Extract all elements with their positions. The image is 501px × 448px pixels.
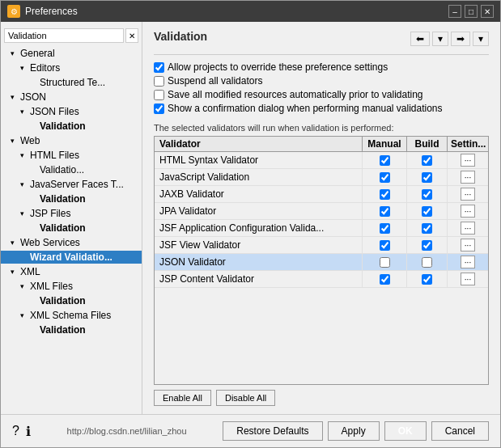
settings-button[interactable]: ··· (461, 222, 475, 235)
settings-cell[interactable]: ··· (448, 220, 488, 236)
manual-checkbox[interactable] (380, 155, 390, 166)
table-row[interactable]: JSP Content Validator ··· (155, 271, 488, 288)
help-button[interactable]: ? (12, 424, 19, 439)
build-checkbox[interactable] (422, 172, 432, 183)
manual-checkbox[interactable] (380, 189, 390, 200)
manual-checkbox[interactable] (380, 206, 390, 217)
manual-checkbox[interactable] (380, 274, 390, 285)
sidebar-item-json-files[interactable]: ▾ JSON Files (1, 104, 142, 119)
build-checkbox-cell[interactable] (407, 220, 448, 236)
ok-button[interactable]: OK (384, 421, 427, 441)
manual-checkbox-cell[interactable] (363, 169, 407, 185)
enable-all-button[interactable]: Enable All (154, 390, 211, 406)
build-checkbox[interactable] (422, 223, 432, 234)
manual-checkbox-cell[interactable] (363, 186, 407, 202)
settings-button[interactable]: ··· (461, 188, 475, 201)
sidebar-item-xml-validation[interactable]: Validation (1, 294, 142, 308)
show-confirm-label: Show a confirmation dialog when performi… (168, 103, 443, 114)
close-button[interactable]: ✕ (481, 5, 494, 18)
manual-checkbox[interactable] (380, 172, 390, 183)
build-checkbox-cell[interactable] (407, 203, 448, 219)
settings-cell[interactable]: ··· (448, 271, 488, 287)
back-button[interactable]: ⬅ (410, 32, 430, 46)
build-checkbox-cell[interactable] (407, 237, 448, 253)
table-row[interactable]: JPA Validator ··· (155, 203, 488, 220)
sidebar-item-xml-schema-validation[interactable]: Validation (1, 323, 142, 337)
sidebar-item-wizard-validation[interactable]: Wizard Validatio... (1, 250, 142, 264)
sidebar-item-jsp-validation[interactable]: Validation (1, 221, 142, 235)
manual-checkbox[interactable] (380, 223, 390, 234)
build-checkbox-cell[interactable] (407, 254, 448, 270)
sidebar-item-general[interactable]: ▾ General (1, 46, 142, 61)
manual-checkbox-cell[interactable] (363, 220, 407, 236)
build-checkbox[interactable] (422, 189, 432, 200)
build-checkbox-cell[interactable] (407, 152, 448, 168)
cancel-button[interactable]: Cancel (431, 421, 489, 441)
settings-cell[interactable]: ··· (448, 254, 488, 270)
suspend-all-checkbox[interactable] (154, 76, 164, 87)
settings-button[interactable]: ··· (461, 273, 475, 285)
sidebar-item-json[interactable]: ▾ JSON (1, 90, 142, 104)
settings-cell[interactable]: ··· (448, 152, 488, 168)
save-modified-checkbox[interactable] (154, 90, 164, 100)
manual-checkbox-cell[interactable] (363, 203, 407, 219)
settings-cell[interactable]: ··· (448, 203, 488, 219)
sidebar-item-web-services[interactable]: ▾ Web Services (1, 235, 142, 250)
table-row[interactable]: JSF Application Configuration Valida... … (155, 220, 488, 237)
build-checkbox[interactable] (422, 240, 432, 251)
table-row[interactable]: JavaScript Validation ··· (155, 169, 488, 186)
sidebar-item-javaserver-faces[interactable]: ▾ JavaServer Faces T... (1, 177, 142, 192)
show-confirm-checkbox[interactable] (154, 104, 164, 114)
sidebar-item-structured-text[interactable]: Structured Te... (1, 75, 142, 90)
manual-checkbox[interactable] (380, 257, 390, 268)
sidebar-item-xml-schema-files[interactable]: ▾ XML Schema Files (1, 308, 142, 323)
settings-button[interactable]: ··· (461, 171, 475, 184)
navigation-arrows: ⬅ ▾ ➡ ▾ (410, 32, 489, 46)
sidebar-item-jsp-files[interactable]: ▾ JSP Files (1, 206, 142, 221)
sidebar-item-editors[interactable]: ▾ Editors (1, 61, 142, 75)
allow-projects-checkbox[interactable] (154, 62, 164, 73)
restore-defaults-button[interactable]: Restore Defaults (223, 421, 322, 441)
table-row[interactable]: HTML Syntax Validator ··· (155, 152, 488, 169)
build-checkbox[interactable] (422, 257, 432, 268)
manual-checkbox-cell[interactable] (363, 237, 407, 253)
minimize-button[interactable]: – (448, 5, 461, 18)
sidebar-item-xml-files[interactable]: ▾ XML Files (1, 279, 142, 294)
sidebar-item-json-validation[interactable]: Validation (1, 119, 142, 133)
build-checkbox[interactable] (422, 206, 432, 217)
sidebar-search-input[interactable] (4, 28, 124, 43)
manual-checkbox-cell[interactable] (363, 254, 407, 270)
build-checkbox-cell[interactable] (407, 169, 448, 185)
build-checkbox[interactable] (422, 155, 432, 166)
forward-button[interactable]: ➡ (451, 32, 470, 46)
maximize-button[interactable]: □ (465, 5, 478, 18)
manual-checkbox-cell[interactable] (363, 271, 407, 287)
table-row[interactable]: JAXB Validator ··· (155, 186, 488, 203)
build-checkbox[interactable] (422, 274, 432, 285)
settings-button[interactable]: ··· (461, 256, 475, 268)
manual-checkbox[interactable] (380, 240, 390, 251)
sidebar-item-xml[interactable]: ▾ XML (1, 264, 142, 279)
settings-button[interactable]: ··· (461, 154, 475, 167)
manual-checkbox-cell[interactable] (363, 152, 407, 168)
sidebar-item-html-validation[interactable]: Validatio... (1, 163, 142, 177)
sidebar-item-web[interactable]: ▾ Web (1, 133, 142, 148)
sidebar-item-jsf-validation[interactable]: Validation (1, 192, 142, 206)
settings-cell[interactable]: ··· (448, 186, 488, 202)
settings-cell[interactable]: ··· (448, 237, 488, 253)
settings-cell[interactable]: ··· (448, 169, 488, 185)
forward-dropdown-button[interactable]: ▾ (473, 32, 489, 46)
sidebar-clear-button[interactable]: ✕ (125, 28, 138, 43)
build-checkbox-cell[interactable] (407, 186, 448, 202)
settings-button[interactable]: ··· (461, 205, 475, 218)
title-bar: ⚙ Preferences – □ ✕ (1, 1, 500, 22)
table-row[interactable]: JSF View Validator ··· (155, 237, 488, 254)
sidebar-label-html-files: HTML Files (30, 150, 79, 161)
disable-all-button[interactable]: Disable All (216, 390, 275, 406)
apply-button[interactable]: Apply (328, 421, 380, 441)
sidebar-item-html-files[interactable]: ▾ HTML Files (1, 148, 142, 163)
settings-button[interactable]: ··· (461, 239, 475, 251)
table-row-json-validator[interactable]: JSON Validator ··· (155, 254, 488, 271)
build-checkbox-cell[interactable] (407, 271, 448, 287)
dropdown-button[interactable]: ▾ (432, 32, 448, 46)
